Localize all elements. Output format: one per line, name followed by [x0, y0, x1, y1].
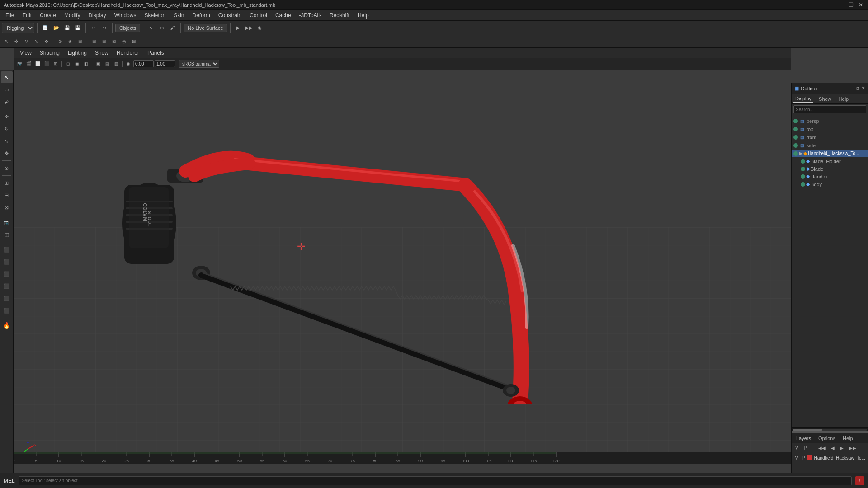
- menu-control[interactable]: Control: [246, 11, 271, 19]
- outliner-tab-help[interactable]: Help: [837, 95, 851, 103]
- render-region-btn[interactable]: ◫: [1, 229, 13, 240]
- icon-set-6[interactable]: ⬛: [1, 305, 13, 316]
- tree-item-handler[interactable]: ◆ Handler: [792, 173, 868, 180]
- tree-item-blade[interactable]: ◆ Blade: [792, 165, 868, 173]
- menu-windows[interactable]: Windows: [111, 11, 140, 19]
- redo-btn[interactable]: ↪: [99, 23, 109, 33]
- vt-value2[interactable]: 1.00: [155, 60, 175, 67]
- vt-wireframe[interactable]: ◻: [64, 60, 72, 68]
- vt-grid[interactable]: ⊞: [52, 60, 60, 68]
- tree-item-handheld-root[interactable]: ▶ ◆ Handheld_Hacksaw_To...: [792, 150, 868, 157]
- icon-set-4[interactable]: ⬛: [1, 280, 13, 292]
- layer-item-handheld[interactable]: V P Handheld_Hacksaw_Te...: [792, 454, 868, 461]
- outliner-float-btn[interactable]: ⧉: [856, 85, 859, 91]
- saveas-btn[interactable]: 💾: [73, 23, 83, 33]
- rivet-tool[interactable]: ◈: [66, 37, 75, 46]
- outliner-close-btn[interactable]: ✕: [861, 85, 865, 91]
- show-manip-btn[interactable]: ⊙: [1, 162, 13, 174]
- paint-btn[interactable]: 🖌: [168, 23, 178, 33]
- layer-v-btn[interactable]: V: [793, 445, 800, 451]
- menu-deform[interactable]: Deform: [189, 11, 214, 19]
- camera-btn[interactable]: 📷: [1, 216, 13, 228]
- select-btn[interactable]: ↖: [146, 23, 156, 33]
- color-space-dropdown[interactable]: sRGB gamma: [179, 60, 219, 68]
- outliner-controls[interactable]: ⧉ ✕: [856, 85, 865, 91]
- vt-smooth[interactable]: ◼: [73, 60, 81, 68]
- view-menu[interactable]: View: [16, 49, 35, 57]
- menu-cache[interactable]: Cache: [272, 11, 295, 19]
- lasso-tool-btn[interactable]: ⬭: [1, 84, 13, 95]
- tree-item-blade-holder[interactable]: ◆ Blade_Holder: [792, 157, 868, 165]
- renderer-menu[interactable]: Renderer: [113, 49, 143, 57]
- snap-curve-btn[interactable]: ⊟: [1, 189, 13, 201]
- menu-display[interactable]: Display: [85, 11, 109, 19]
- lasso-btn[interactable]: ⬭: [157, 23, 167, 33]
- icon-set-5[interactable]: ⬛: [1, 292, 13, 304]
- vt-res[interactable]: ⬛: [42, 60, 51, 68]
- tree-item-persp[interactable]: ▤ persp: [792, 117, 868, 125]
- mel-tab[interactable]: MEL: [4, 478, 15, 484]
- scrollbar-track[interactable]: [793, 429, 867, 431]
- layer-p-btn[interactable]: P: [802, 445, 809, 451]
- icon-set-1[interactable]: ⬛: [1, 244, 13, 255]
- render-btn[interactable]: ▶: [233, 23, 243, 33]
- scrollbar-thumb[interactable]: [793, 429, 822, 431]
- vt-render[interactable]: ◉: [124, 60, 132, 68]
- menu-constrain[interactable]: Constrain: [215, 11, 245, 19]
- move-tool[interactable]: ✛: [12, 37, 21, 46]
- outliner-scrollbar[interactable]: [792, 427, 868, 431]
- options-tab[interactable]: Options: [816, 435, 837, 442]
- window-controls[interactable]: — ❐ ✕: [837, 2, 864, 8]
- tree-item-side[interactable]: ▤ side: [792, 141, 868, 150]
- outliner-tab-display[interactable]: Display: [793, 95, 813, 103]
- menu-file[interactable]: File: [2, 11, 18, 19]
- maximize-btn[interactable]: ❐: [847, 2, 854, 8]
- lattice-tool[interactable]: ⊟: [129, 37, 138, 46]
- layer-next[interactable]: ▶: [838, 445, 845, 451]
- outliner-search[interactable]: [793, 105, 866, 113]
- menu-edit[interactable]: Edit: [19, 11, 35, 19]
- icon-set-2[interactable]: ⬛: [1, 256, 13, 267]
- layer-prev[interactable]: ◀: [829, 445, 836, 451]
- paint-select-btn[interactable]: 🖌: [1, 96, 13, 108]
- open-btn[interactable]: 📂: [51, 23, 61, 33]
- menu-help[interactable]: Help: [354, 11, 373, 19]
- vt-shading2[interactable]: ▤: [103, 60, 111, 68]
- vt-camera[interactable]: 📷: [15, 60, 24, 68]
- layer-ref-btn[interactable]: P: [801, 455, 806, 460]
- universal-manip-btn[interactable]: ❖: [1, 147, 13, 159]
- snap-grid-btn[interactable]: ⊞: [1, 177, 13, 189]
- layer-vis-btn[interactable]: V: [794, 455, 799, 460]
- select-tool-btn[interactable]: ↖: [1, 71, 13, 83]
- menu-create[interactable]: Create: [36, 11, 60, 19]
- ipr-btn[interactable]: ◉: [255, 23, 265, 33]
- tree-item-front[interactable]: ▤ front: [792, 133, 868, 141]
- menu-skeleton[interactable]: Skeleton: [141, 11, 169, 19]
- scale-tool[interactable]: ⤡: [32, 37, 41, 46]
- snap-tool[interactable]: ⊞: [75, 37, 85, 46]
- outliner-tab-show[interactable]: Show: [817, 95, 833, 103]
- vt-value1[interactable]: 0.00: [133, 60, 154, 67]
- menu-redshift[interactable]: Redshift: [326, 11, 353, 19]
- rotate-tool[interactable]: ↻: [22, 37, 31, 46]
- fire-icon[interactable]: 🔥: [1, 319, 13, 331]
- menu-3dtoall[interactable]: -3DToAll-: [296, 11, 325, 19]
- mode-dropdown[interactable]: Rigging: [2, 23, 34, 33]
- new-btn[interactable]: 📄: [40, 23, 50, 33]
- snap-point-btn[interactable]: ⊠: [1, 202, 13, 213]
- vt-gate[interactable]: ⬜: [33, 60, 42, 68]
- vt-wire-smooth[interactable]: ◧: [82, 60, 90, 68]
- vt-film[interactable]: 🎬: [24, 60, 33, 68]
- vt-shading1[interactable]: ▣: [94, 60, 102, 68]
- show-menu[interactable]: Show: [91, 49, 112, 57]
- menu-modify[interactable]: Modify: [61, 11, 84, 19]
- ik2-tool[interactable]: ⊠: [109, 37, 118, 46]
- tree-item-body[interactable]: ◆ Body: [792, 180, 868, 188]
- shading-menu[interactable]: Shading: [36, 49, 63, 57]
- mel-input[interactable]: Select Tool: select an object: [19, 476, 852, 485]
- vt-shading3[interactable]: ▥: [112, 60, 120, 68]
- menu-skin[interactable]: Skin: [170, 11, 188, 19]
- minimize-btn[interactable]: —: [837, 2, 844, 8]
- universal-tool[interactable]: ❖: [42, 37, 51, 46]
- undo-btn[interactable]: ↩: [89, 23, 99, 33]
